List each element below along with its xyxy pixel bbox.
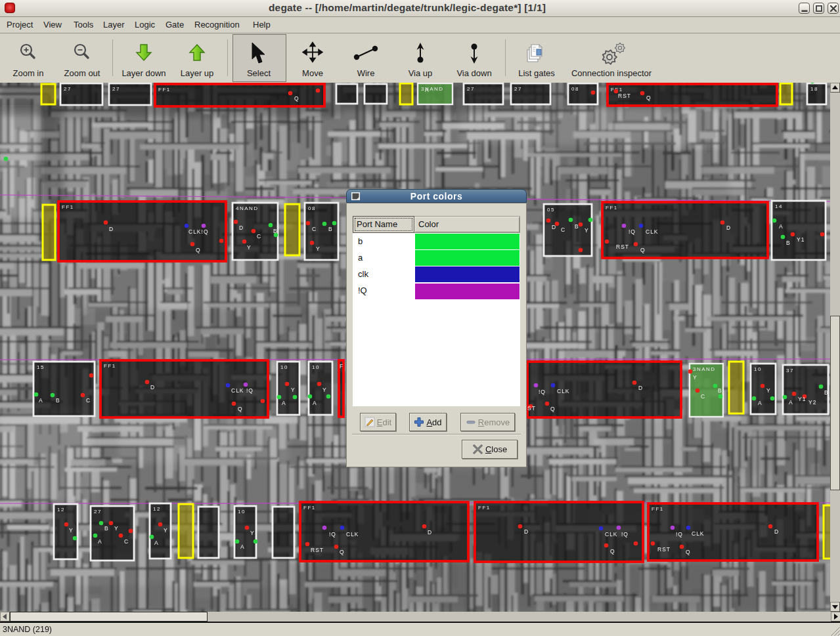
svg-text:FF1: FF1 [606,205,618,211]
svg-text:A: A [425,87,430,93]
svg-text:CLK!Q: CLK!Q [188,228,209,235]
svg-text:Y: Y [250,530,255,536]
svg-text:!Q: !Q [329,531,336,538]
svg-text:Y: Y [69,527,74,534]
svg-text:F: F [340,363,343,370]
svg-text:Q: Q [294,95,299,102]
svg-text:CLK: CLK [646,228,659,235]
svg-text:05: 05 [547,207,555,213]
svg-text:4NAND: 4NAND [236,205,259,211]
svg-text:A: A [39,397,43,404]
svg-text:Q: Q [340,549,345,555]
svg-text:Y: Y [291,387,296,393]
svg-text:C: C [86,397,91,404]
svg-text:CLK: CLK [605,531,618,538]
svg-text:B: B [718,387,722,394]
svg-text:10: 10 [754,366,762,372]
svg-text:RST: RST [311,547,324,553]
svg-text:15: 15 [37,364,45,370]
svg-text:Q: Q [610,548,615,555]
svg-text:A: A [282,400,286,406]
svg-text:D: D [774,528,779,535]
svg-text:Q: Q [196,247,201,253]
svg-text:Y: Y [585,227,589,234]
svg-text:C: C [257,233,261,240]
svg-text:37: 37 [786,368,794,373]
svg-text:C: C [561,226,565,233]
svg-text:08: 08 [308,205,316,211]
svg-text:18: 18 [810,86,818,92]
svg-text:FF1: FF1 [62,204,74,210]
svg-text:CLK: CLK [557,388,570,394]
svg-text:D: D [726,224,731,231]
svg-text:ST: ST [527,405,536,412]
svg-text:RST: RST [616,244,629,250]
svg-text:B: B [328,226,333,232]
svg-text:D: D [150,384,155,391]
svg-text:C: C [124,538,129,545]
svg-text:08: 08 [571,86,579,92]
svg-text:!Q: !Q [621,531,629,538]
svg-text:B: B [786,240,791,246]
svg-text:27: 27 [467,86,475,92]
svg-text:Q: Q [238,406,243,412]
svg-text:A: A [98,538,102,545]
svg-text:Y1: Y1 [798,396,806,402]
svg-text:A: A [779,223,784,230]
svg-text:!Q: !Q [539,389,546,395]
svg-text:FF1: FF1 [158,87,171,93]
svg-text:Y: Y [693,374,697,381]
svg-text:D: D [638,385,643,391]
svg-text:12: 12 [57,507,65,513]
svg-text:A: A [240,543,245,550]
svg-text:FF1: FF1 [478,505,491,511]
svg-text:CLK: CLK [346,531,359,538]
svg-text:B: B [824,389,829,396]
svg-text:Y: Y [322,387,327,393]
svg-text:B: B [56,397,60,404]
svg-text:A: A [313,400,317,406]
svg-text:Q: Q [550,406,556,412]
svg-text:14: 14 [775,203,783,209]
svg-text:Y: Y [766,387,771,394]
svg-text:!Q: !Q [629,228,636,235]
svg-text:27: 27 [112,86,120,92]
svg-text:RST: RST [618,93,631,99]
svg-text:10: 10 [312,364,320,370]
svg-text:B: B [273,228,278,234]
svg-text:10: 10 [280,364,288,370]
svg-text:CLK !Q: CLK !Q [231,387,254,394]
svg-text:C: C [701,393,705,400]
svg-text:CLK: CLK [692,530,705,537]
svg-text:RST: RST [657,546,671,553]
svg-text:B: B [575,223,579,230]
svg-text:Q: Q [686,549,691,555]
svg-text:D: D [239,224,244,231]
svg-text:B: B [104,525,109,532]
svg-text:FF1: FF1 [303,505,316,511]
svg-text:D: D [109,226,114,232]
svg-text:10: 10 [238,509,246,515]
svg-text:Q: Q [640,247,646,253]
svg-text:Y: Y [247,244,252,251]
svg-text:FF1: FF1 [652,506,664,512]
svg-text:Q: Q [646,95,652,101]
svg-text:A: A [758,400,763,406]
svg-text:A: A [789,399,793,406]
svg-text:27: 27 [514,86,522,92]
svg-text:27: 27 [94,509,102,515]
svg-text:C: C [312,226,317,232]
svg-text:12: 12 [153,506,161,512]
svg-text:D: D [428,529,432,536]
svg-text:D: D [524,528,529,535]
svg-text:A: A [154,540,159,546]
svg-text:Y2: Y2 [808,399,816,406]
svg-text:Y1: Y1 [797,236,805,243]
svg-text:Y: Y [316,245,321,252]
svg-text:Y: Y [114,525,119,532]
svg-text:27: 27 [64,86,72,92]
svg-text:FF1: FF1 [104,363,116,369]
svg-text:D: D [552,224,556,230]
svg-text:3NAND: 3NAND [693,366,716,372]
svg-text:!Q: !Q [676,531,683,538]
